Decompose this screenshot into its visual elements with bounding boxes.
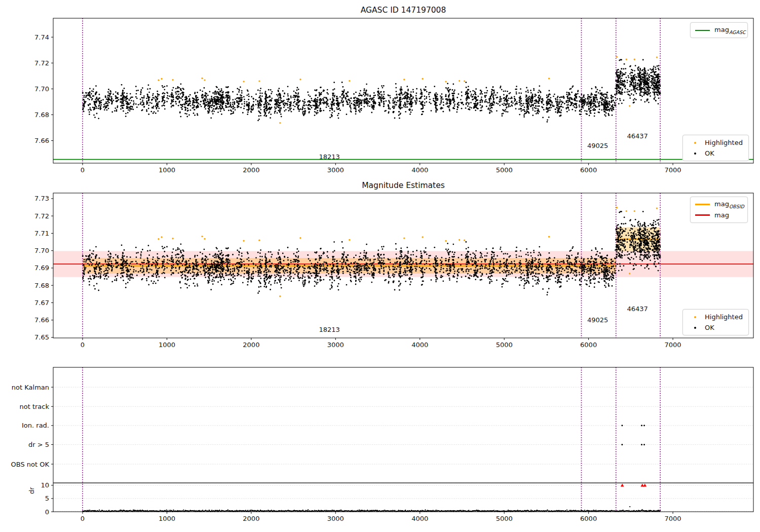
flag-points bbox=[621, 425, 645, 426]
ok-dot-icon bbox=[694, 153, 696, 155]
obsid-annotation: 18213 bbox=[319, 326, 339, 333]
figure-page: { "colors": { "green": "#008000", "red":… bbox=[0, 0, 760, 532]
dr-points bbox=[82, 506, 661, 512]
x-tick-label: 3000 bbox=[327, 515, 344, 522]
legend-label-mag-agasc: magAGASC bbox=[714, 26, 746, 35]
y-tick-label: 7.66 bbox=[34, 137, 49, 144]
legend-mag-lines[interactable]: magOBSID mag bbox=[690, 197, 748, 223]
legend-label-ok: OK bbox=[705, 324, 714, 331]
x-tick-label: 0 bbox=[81, 341, 85, 349]
flag-row-label: Ion. rad. bbox=[22, 422, 49, 429]
y-tick-label: 7.70 bbox=[34, 85, 49, 93]
ok-points bbox=[82, 59, 661, 123]
x-tick-label: 3000 bbox=[327, 166, 344, 174]
x-tick-label: 2000 bbox=[243, 515, 259, 522]
ok-dot-icon bbox=[694, 327, 696, 329]
legend-label-mag: mag bbox=[714, 211, 729, 219]
legend-row: magOBSID bbox=[691, 199, 747, 210]
highlighted-dot-icon bbox=[694, 142, 696, 144]
legend-mag-agasc[interactable]: magAGASC bbox=[690, 22, 748, 38]
legend-row: Highlighted bbox=[683, 312, 748, 322]
dr-tick-label: 0 bbox=[45, 508, 49, 516]
legend-label-highlighted: Highlighted bbox=[705, 313, 743, 321]
x-tick-label: 3000 bbox=[327, 341, 344, 349]
x-tick-label: 6000 bbox=[580, 515, 597, 522]
x-tick-label: 4000 bbox=[411, 341, 428, 349]
y-tick-label: 7.65 bbox=[34, 333, 49, 341]
y-tick-label: 7.72 bbox=[34, 212, 49, 220]
obsid-annotation: 49025 bbox=[587, 316, 608, 324]
legend-row: OK bbox=[683, 148, 748, 159]
green-line-sample bbox=[695, 30, 710, 31]
x-tick-label: 6000 bbox=[580, 341, 597, 349]
legend-row: magAGASC bbox=[691, 25, 747, 35]
y-tick-label: 7.68 bbox=[34, 282, 49, 289]
flag-points bbox=[621, 444, 645, 445]
x-tick-label: 1000 bbox=[159, 341, 175, 349]
x-tick-label: 1000 bbox=[159, 166, 175, 174]
x-tick-label: 5000 bbox=[496, 515, 513, 522]
flag-row-label: not Kalman bbox=[12, 384, 49, 391]
legend-row: mag bbox=[691, 210, 747, 220]
dr-tick-label: 5 bbox=[45, 495, 49, 502]
dr-tick-label: 10 bbox=[41, 481, 49, 489]
figure-canvas: 1821349025464370100020003000400050006000… bbox=[0, 0, 760, 532]
obsid-annotation: 46437 bbox=[627, 305, 648, 313]
x-tick-label: 7000 bbox=[665, 341, 681, 349]
legend-label-highlighted: Highlighted bbox=[705, 139, 743, 146]
flag-row-label: not track bbox=[19, 403, 49, 410]
legend-label-mag-obsid: magOBSID bbox=[714, 200, 744, 209]
legend-label-ok: OK bbox=[705, 149, 714, 157]
orange-line-sample bbox=[695, 204, 710, 206]
x-tick-label: 5000 bbox=[496, 166, 513, 174]
legend-markers-top[interactable]: Highlighted OK bbox=[682, 135, 749, 161]
x-tick-label: 5000 bbox=[496, 341, 513, 349]
x-tick-label: 2000 bbox=[243, 166, 259, 174]
legend-markers-middle[interactable]: Highlighted OK bbox=[682, 309, 749, 335]
x-tick-label: 0 bbox=[81, 515, 85, 522]
y-tick-label: 7.74 bbox=[34, 33, 49, 41]
x-tick-label: 0 bbox=[81, 166, 85, 174]
y-tick-label: 7.71 bbox=[34, 230, 49, 237]
y-tick-label: 7.73 bbox=[34, 195, 49, 202]
top-plot-title: AGASC ID 147197008 bbox=[53, 6, 753, 15]
legend-row: OK bbox=[683, 322, 748, 333]
y-tick-label: 7.67 bbox=[34, 299, 49, 307]
x-tick-label: 7000 bbox=[665, 515, 681, 522]
middle-plot-title: Magnitude Estimates bbox=[53, 181, 753, 190]
obsid-annotation: 46437 bbox=[627, 132, 648, 140]
red-line-sample bbox=[695, 214, 710, 216]
obsid-annotation: 49025 bbox=[587, 142, 608, 149]
x-tick-label: 1000 bbox=[159, 515, 175, 522]
flag-row-label: dr > 5 bbox=[28, 441, 49, 448]
y-tick-label: 7.68 bbox=[34, 111, 49, 119]
y-tick-label: 7.70 bbox=[34, 247, 49, 254]
flag-row-label: OBS not OK bbox=[11, 461, 50, 468]
x-tick-label: 6000 bbox=[580, 166, 597, 174]
x-tick-label: 7000 bbox=[665, 166, 681, 174]
axes-spines bbox=[53, 367, 753, 512]
obsid-annotation: 18213 bbox=[319, 153, 339, 161]
y-tick-label: 7.66 bbox=[34, 316, 49, 324]
y-tick-label: 7.72 bbox=[34, 59, 49, 67]
dr-axis-label: dr bbox=[28, 487, 35, 494]
highlighted-dot-icon bbox=[694, 316, 696, 318]
axes-spines bbox=[53, 18, 753, 163]
y-tick-label: 7.69 bbox=[34, 264, 49, 272]
x-tick-label: 2000 bbox=[243, 341, 259, 349]
x-tick-label: 4000 bbox=[411, 166, 428, 174]
x-tick-label: 4000 bbox=[411, 515, 428, 522]
legend-row: Highlighted bbox=[683, 137, 748, 148]
